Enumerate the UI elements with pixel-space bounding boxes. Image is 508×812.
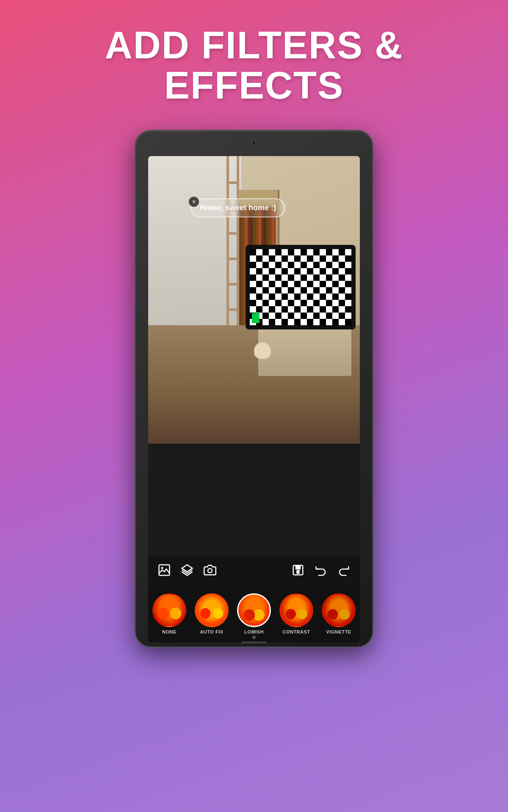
filter-item-autofix[interactable]: AUTO FIX — [190, 590, 233, 638]
filter-thumb-lomish — [237, 593, 271, 627]
filter-thumb-autofix — [195, 593, 229, 627]
filter-item-contrast[interactable]: CONTRAST — [275, 590, 318, 638]
filter-thumb-none — [152, 593, 186, 627]
tablet-home-bar — [241, 642, 267, 643]
filter-item-none[interactable]: NONE — [148, 590, 190, 638]
filter-label-lomish: LOMISH — [244, 629, 264, 634]
tablet-screen: × Home, sweet home :) — [148, 156, 360, 642]
save-icon[interactable] — [290, 562, 306, 578]
filter-label-none: NONE — [162, 629, 177, 634]
filter-thumb-contrast — [279, 593, 313, 627]
filter-item-lomish[interactable]: LOMISH — [233, 590, 275, 638]
television — [246, 245, 356, 329]
redo-icon[interactable] — [336, 562, 351, 578]
tv-stand — [258, 325, 351, 376]
tablet-device: × Home, sweet home :) — [135, 131, 373, 689]
filter-thumb-vignette — [322, 593, 356, 627]
tv-indicator-light — [252, 313, 260, 323]
screen-indicator-dot — [252, 636, 256, 639]
svg-point-1 — [161, 567, 163, 569]
dog-figure — [254, 342, 271, 359]
photo-area: × Home, sweet home :) — [148, 156, 360, 444]
toolbar-right-icons — [290, 562, 351, 578]
filter-item-vignette[interactable]: VIGNETTE — [318, 590, 360, 638]
undo-icon[interactable] — [313, 562, 329, 578]
image-icon[interactable] — [157, 562, 172, 578]
filter-strip: NONE AUTO FIX LOMISH CONTRAST VIGNETTE — [148, 585, 360, 642]
bottom-toolbar — [148, 555, 360, 585]
filter-label-contrast: CONTRAST — [282, 629, 310, 634]
svg-rect-5 — [295, 565, 301, 570]
header-title: ADD FILTERS & EFFECTS — [80, 25, 428, 105]
camera-icon[interactable] — [202, 562, 218, 578]
tablet-shell: × Home, sweet home :) — [135, 131, 373, 647]
filter-label-vignette: VIGNETTE — [326, 629, 351, 634]
tablet-camera — [251, 140, 257, 145]
speech-bubble-close-button[interactable]: × — [189, 197, 199, 207]
filter-label-autofix: AUTO FIX — [200, 629, 223, 634]
toolbar-left-icons — [157, 562, 218, 578]
speech-bubble: Home, sweet home :) — [190, 198, 285, 217]
svg-point-3 — [208, 568, 212, 573]
svg-rect-0 — [159, 565, 170, 576]
tv-screen — [250, 249, 351, 325]
layers-icon[interactable] — [179, 562, 195, 578]
svg-rect-6 — [296, 570, 300, 574]
